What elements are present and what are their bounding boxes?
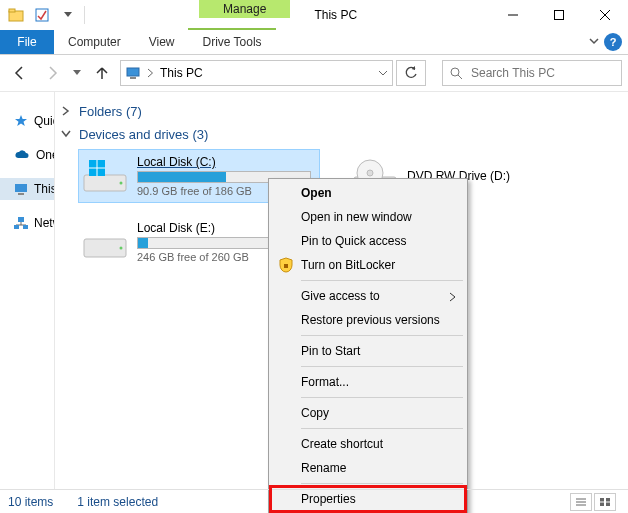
bitlocker-icon	[277, 256, 295, 274]
svg-rect-36	[606, 502, 610, 506]
chevron-down-icon[interactable]	[61, 127, 73, 142]
svg-rect-1	[9, 9, 15, 12]
cm-separator	[301, 366, 463, 367]
network-icon	[14, 215, 28, 231]
group-label: Folders	[79, 104, 122, 119]
context-menu: Open Open in new window Pin to Quick acc…	[268, 178, 468, 513]
chevron-right-icon[interactable]	[61, 104, 73, 119]
status-item-count: 10 items	[8, 495, 53, 509]
close-button[interactable]	[582, 0, 628, 30]
pc-icon	[125, 65, 141, 81]
svg-rect-29	[284, 264, 288, 268]
address-bar[interactable]: This PC	[120, 60, 393, 86]
address-dropdown-icon[interactable]	[378, 70, 388, 76]
search-input[interactable]	[469, 65, 623, 81]
ribbon-tab-view[interactable]: View	[135, 30, 189, 54]
nav-history-dropdown[interactable]	[70, 59, 84, 87]
star-icon	[14, 113, 28, 129]
cm-copy[interactable]: Copy	[271, 401, 465, 425]
qat-dropdown-icon[interactable]	[56, 3, 80, 27]
sidebar-item-label: This PC	[34, 182, 55, 196]
cm-separator	[301, 397, 463, 398]
help-icon[interactable]: ?	[604, 33, 622, 51]
sidebar-item-label: Network	[34, 216, 55, 230]
svg-rect-7	[127, 68, 139, 76]
view-tiles-button[interactable]	[594, 493, 616, 511]
cm-properties[interactable]: Properties	[271, 487, 465, 511]
cloud-icon	[14, 147, 30, 163]
refresh-button[interactable]	[396, 60, 426, 86]
svg-point-28	[120, 247, 123, 250]
view-details-button[interactable]	[570, 493, 592, 511]
cm-separator	[301, 483, 463, 484]
svg-rect-13	[18, 217, 24, 222]
nav-back-button[interactable]	[6, 59, 34, 87]
svg-rect-16	[14, 225, 19, 229]
svg-point-23	[120, 182, 123, 185]
svg-point-9	[451, 68, 459, 76]
drive-name: Local Disk (C:)	[137, 155, 311, 169]
cm-separator	[301, 335, 463, 336]
svg-line-5	[600, 10, 610, 20]
group-folders[interactable]: Folders (7)	[61, 104, 620, 119]
group-label: Devices and drives	[79, 127, 189, 142]
cm-restore-previous-versions[interactable]: Restore previous versions	[271, 308, 465, 332]
svg-rect-35	[600, 502, 604, 506]
search-box[interactable]	[442, 60, 622, 86]
sidebar-item-network[interactable]: Network	[0, 212, 54, 234]
group-count: 7	[130, 104, 137, 119]
cm-turn-on-bitlocker[interactable]: Turn on BitLocker	[271, 253, 465, 277]
svg-rect-33	[600, 498, 604, 502]
svg-line-10	[458, 75, 462, 79]
ribbon-tab-computer[interactable]: Computer	[54, 30, 135, 54]
maximize-button[interactable]	[536, 0, 582, 30]
explorer-app-icon[interactable]	[4, 3, 28, 27]
svg-rect-8	[130, 77, 136, 79]
cm-rename[interactable]: Rename	[271, 456, 465, 480]
svg-rect-17	[23, 225, 28, 229]
navigation-pane[interactable]: Quick access OneDrive This PC Network	[0, 92, 55, 489]
sidebar-item-this-pc[interactable]: This PC	[0, 178, 54, 200]
sidebar-item-onedrive[interactable]: OneDrive	[0, 144, 54, 166]
sidebar-item-label: OneDrive	[36, 148, 55, 162]
chevron-right-icon	[449, 291, 457, 305]
cm-open[interactable]: Open	[271, 181, 465, 205]
address-path: This PC	[160, 66, 372, 80]
cm-create-shortcut[interactable]: Create shortcut	[271, 432, 465, 456]
cm-give-access-to[interactable]: Give access to	[271, 284, 465, 308]
drive-icon	[81, 222, 129, 262]
svg-rect-34	[606, 498, 610, 502]
ribbon-tab-file[interactable]: File	[0, 30, 54, 54]
os-drive-icon	[81, 156, 129, 196]
search-icon	[449, 66, 463, 80]
svg-point-26	[367, 170, 373, 176]
qat-properties-icon[interactable]	[30, 3, 54, 27]
file-explorer-window: Manage This PC File Computer View Drive …	[0, 0, 628, 513]
minimize-button[interactable]	[490, 0, 536, 30]
cm-separator	[301, 428, 463, 429]
qat-divider	[84, 6, 85, 24]
contextual-tab-manage[interactable]: Manage	[199, 0, 290, 18]
ribbon-tabs: File Computer View Drive Tools ?	[0, 30, 628, 55]
cm-open-new-window[interactable]: Open in new window	[271, 205, 465, 229]
cm-format[interactable]: Format...	[271, 370, 465, 394]
cm-separator	[301, 280, 463, 281]
nav-forward-button[interactable]	[38, 59, 66, 87]
ribbon-expand-icon[interactable]	[588, 35, 600, 50]
cm-pin-quick-access[interactable]: Pin to Quick access	[271, 229, 465, 253]
svg-line-6	[600, 10, 610, 20]
svg-rect-11	[15, 184, 27, 192]
sidebar-item-label: Quick access	[34, 114, 55, 128]
pc-icon	[14, 181, 28, 197]
svg-rect-12	[18, 193, 24, 195]
ribbon-tab-drive-tools[interactable]: Drive Tools	[188, 28, 275, 54]
navigation-bar: This PC	[0, 55, 628, 91]
titlebar: Manage This PC	[0, 0, 628, 30]
sidebar-item-quick-access[interactable]: Quick access	[0, 110, 54, 132]
nav-up-button[interactable]	[88, 59, 116, 87]
chevron-right-icon[interactable]	[147, 68, 154, 78]
group-devices[interactable]: Devices and drives (3)	[61, 127, 620, 142]
group-count: 3	[197, 127, 204, 142]
cm-pin-to-start[interactable]: Pin to Start	[271, 339, 465, 363]
window-title: This PC	[314, 8, 357, 22]
